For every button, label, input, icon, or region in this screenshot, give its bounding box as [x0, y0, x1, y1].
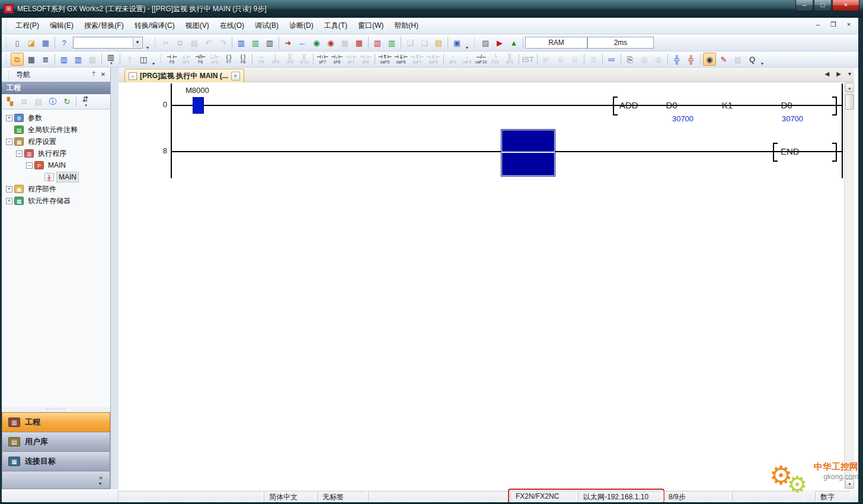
help-button[interactable]: ?: [57, 36, 71, 49]
jump-next-button[interactable]: ➜: [282, 36, 295, 49]
chevron-down-icon[interactable]: ▾: [99, 481, 101, 486]
tab-close-icon[interactable]: ×: [231, 72, 240, 81]
maximize-button[interactable]: □: [814, 0, 832, 11]
block-gray-button[interactable]: ▦: [338, 36, 351, 49]
device-hk-button[interactable]: ▥: [263, 36, 276, 49]
menu-item-2[interactable]: 搜索/替换(F): [79, 18, 129, 33]
scroll-up-icon[interactable]: ▲: [845, 83, 854, 92]
contact-m8000-energized[interactable]: [193, 97, 204, 114]
find-gray-1-button[interactable]: ◎: [638, 53, 651, 66]
monitor-time-button[interactable]: Q: [746, 53, 759, 66]
tree-red-button[interactable]: ╬: [685, 53, 698, 66]
menu-item-4[interactable]: 视图(V): [180, 18, 215, 33]
dropdown-arrow-icon[interactable]: ▾: [85, 103, 87, 108]
device-display-button[interactable]: ▥▾: [104, 53, 117, 66]
device-find-button[interactable]: ▥: [235, 36, 248, 49]
toolbar-overflow-icon[interactable]: ▾: [759, 61, 765, 67]
pulse-op-1-button[interactable]: ⊣⇑⊢saF5: [378, 53, 392, 66]
monitor-window-button[interactable]: ▣: [450, 36, 464, 49]
list-view-button[interactable]: ≣: [39, 53, 52, 66]
edit-gray-3-button[interactable]: ⌹: [568, 53, 581, 66]
menu-item-7[interactable]: 诊断(D): [284, 18, 319, 33]
tab-main-program[interactable]: ⌗ [PRG]监视 执行中 MAIN (... ×: [124, 69, 244, 82]
run-monitor-button[interactable]: ▶: [493, 36, 506, 49]
menu-item-5[interactable]: 在线(O): [215, 18, 250, 33]
device-table-button[interactable]: ▥: [72, 53, 85, 66]
edge-up-button[interactable]: ↑aF5: [446, 53, 459, 66]
pulse-op-2-button[interactable]: ⊣⇓⊢saF6: [394, 53, 408, 66]
device-test-red-button[interactable]: ▥: [371, 36, 384, 49]
menu-item-10[interactable]: 帮助(H): [389, 18, 424, 33]
jump-prev-button[interactable]: ←: [296, 36, 309, 49]
close-button[interactable]: ×: [832, 0, 859, 11]
new-project-button[interactable]: ▯: [11, 36, 24, 49]
nav-view-button-0[interactable]: ▥工程: [2, 412, 110, 432]
instruction-arg-2[interactable]: K1: [704, 100, 751, 110]
undo-button[interactable]: ↶: [202, 36, 215, 49]
pulse-op-4-button[interactable]: ⊣⇓⊢saF8: [426, 53, 440, 66]
menu-item-8[interactable]: 工具(T): [319, 18, 353, 33]
comment-edit-button[interactable]: ▤: [432, 36, 445, 49]
save-project-button[interactable]: ▦: [39, 36, 52, 49]
collapse-icon[interactable]: −: [26, 162, 33, 169]
copy-button[interactable]: ⧉: [174, 36, 187, 49]
del-tx-button[interactable]: ╳aF9: [503, 53, 516, 66]
search-combo[interactable]: ▼: [73, 37, 143, 49]
pin-icon[interactable]: ⍑: [89, 70, 98, 79]
edit-gray-2-button[interactable]: ⌸: [554, 53, 567, 66]
stop-alert-button[interactable]: ▲: [507, 36, 520, 49]
redo-button[interactable]: ↷: [216, 36, 229, 49]
dropdown-arrow-icon[interactable]: ▾: [110, 61, 113, 66]
nav-copy-button[interactable]: ⧉: [18, 95, 31, 108]
collapse-icon[interactable]: −: [16, 150, 23, 157]
nav-sort-button[interactable]: ⇵▾: [79, 95, 92, 108]
menu-item-0[interactable]: 工程(P): [10, 18, 44, 33]
instruction-op[interactable]: ADD: [619, 100, 638, 110]
toolbar-overflow-icon[interactable]: ▾: [145, 45, 151, 51]
instruction-arg-1[interactable]: D0: [648, 100, 695, 110]
find-instruction-button[interactable]: ◉: [324, 36, 337, 49]
paste-button[interactable]: ▤: [188, 36, 201, 49]
tree-item-0[interactable]: +⚙参数: [2, 112, 110, 124]
coil-button[interactable]: ( )F7: [222, 53, 235, 66]
device-comment-button[interactable]: ▥: [57, 53, 71, 66]
nav-paste-button[interactable]: ▤: [32, 95, 45, 108]
ladder-editor[interactable]: 0 M8000 ADD D0 K1 D0 30700 30700 8 END: [119, 82, 844, 489]
del-h-line-button[interactable]: ╳cF9: [283, 53, 296, 66]
toolbar-overflow-icon[interactable]: ▾: [151, 61, 156, 67]
module-config-button[interactable]: ▦: [25, 53, 38, 66]
cut-button[interactable]: ✂: [159, 36, 172, 49]
nav-chevron-bar[interactable]: » ▾: [2, 471, 110, 489]
scrollbar-thumb[interactable]: [845, 94, 854, 110]
nav-splitter[interactable]: ·········: [2, 407, 110, 412]
open-contact-button[interactable]: ⊣ ⊢F5: [165, 53, 178, 66]
block-red-button[interactable]: ▦: [353, 36, 366, 49]
nav-info-button[interactable]: ⓘ: [46, 95, 59, 108]
window-1-button[interactable]: ❏: [404, 36, 417, 49]
edit-cursor[interactable]: [501, 130, 555, 176]
expand-icon[interactable]: +: [6, 186, 12, 192]
chevron-more-icon[interactable]: »: [99, 474, 103, 481]
menu-item-6[interactable]: 调试(B): [250, 18, 284, 33]
tree-item-7[interactable]: +▦软元件存储器: [2, 195, 110, 207]
nav-refresh-button[interactable]: ↻: [60, 95, 73, 108]
tree-item-1[interactable]: ▤全局软元件注释: [2, 124, 110, 136]
panel-splitter[interactable]: [111, 68, 119, 489]
menu-item-3[interactable]: 转换/编译(C): [129, 18, 180, 33]
device-test-green-button[interactable]: ▥: [385, 36, 398, 49]
tree-item-4[interactable]: −PMAIN: [2, 159, 110, 171]
vertical-scrollbar[interactable]: ▲ ▼: [844, 82, 854, 489]
pulse-falling-button[interactable]: ⊣↓⊢sF8: [330, 53, 343, 66]
doc-edit-button[interactable]: ⎘: [624, 53, 637, 66]
expand-icon[interactable]: +: [6, 115, 12, 121]
tab-scroll-right-icon[interactable]: ▶: [836, 70, 841, 77]
mdi-restore-button[interactable]: ❐: [829, 21, 838, 28]
device-gray-button[interactable]: ▥: [86, 53, 99, 66]
scroll-down-icon[interactable]: ▼: [845, 479, 854, 489]
mdi-minimize-button[interactable]: –: [813, 21, 823, 28]
window-2-button[interactable]: ❏: [418, 36, 431, 49]
edit-gray-1-button[interactable]: ⊬: [540, 53, 553, 66]
invert-result-button[interactable]: ─/─caF10: [475, 53, 488, 66]
nav-view-button-1[interactable]: ▤用户库: [2, 432, 110, 451]
or-open-contact-button[interactable]: ⊥⊢sF5: [180, 53, 193, 66]
